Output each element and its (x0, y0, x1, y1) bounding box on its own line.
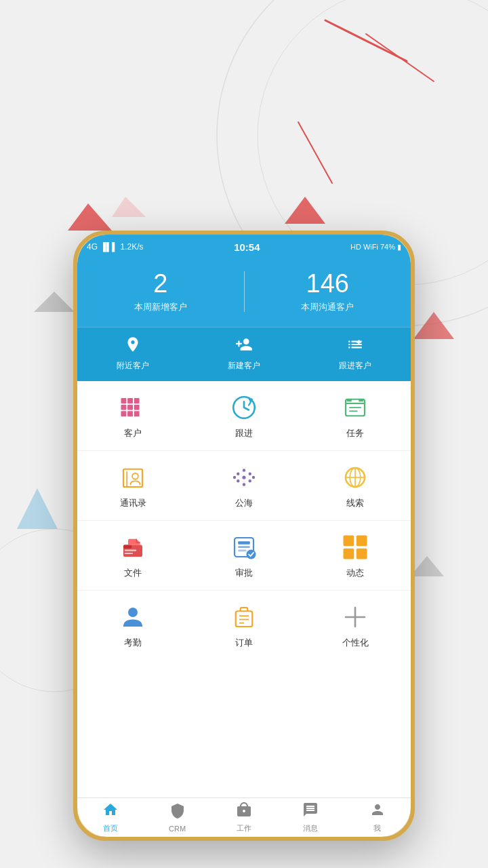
nav-message[interactable]: 消息 (277, 798, 344, 837)
nav-crm[interactable]: CRM (144, 798, 210, 837)
svg-rect-17 (121, 404, 127, 410)
attendance-icon (119, 603, 147, 631)
attendance-item[interactable]: 考勤 (77, 603, 188, 649)
approve-label: 审批 (235, 567, 253, 579)
file-icon (119, 533, 147, 561)
svg-rect-47 (123, 545, 131, 548)
follow-customer-button[interactable]: 跟进客户 (300, 336, 411, 372)
svg-rect-14 (121, 398, 127, 403)
svg-rect-57 (344, 549, 354, 559)
svg-rect-31 (359, 399, 363, 402)
follow-customer-label: 跟进客户 (339, 360, 371, 372)
svg-point-32 (132, 473, 138, 479)
svg-marker-12 (17, 488, 58, 529)
battery-label: 74% (380, 243, 395, 251)
stat1-label: 本周新增客户 (77, 301, 244, 313)
personalize-item[interactable]: 个性化 (300, 603, 411, 649)
stat-contacted-customers: 146 本周沟通客户 (245, 270, 411, 313)
signal-bars: ▐▌▌ (100, 242, 118, 252)
svg-rect-51 (238, 541, 250, 544)
new-customer-button[interactable]: 新建客户 (188, 336, 300, 372)
svg-rect-20 (121, 411, 127, 416)
svg-point-37 (249, 479, 251, 482)
clue-item[interactable]: 线索 (300, 463, 411, 509)
nav-home[interactable]: 首页 (77, 798, 144, 837)
follow-item[interactable]: 跟进 (188, 393, 300, 439)
nav-me[interactable]: 我 (344, 798, 411, 837)
quick-actions-bar: 附近客户 新建客户 (77, 327, 411, 381)
svg-point-40 (233, 476, 236, 479)
stat2-label: 本周沟通客户 (245, 301, 411, 313)
contacts-label: 通讯录 (120, 497, 146, 509)
home-icon (102, 802, 119, 822)
svg-point-36 (237, 479, 239, 482)
public-sea-item[interactable]: 公海 (188, 463, 300, 509)
message-icon (302, 802, 319, 822)
personalize-icon (341, 603, 369, 631)
me-label: 我 (373, 823, 381, 833)
dynamic-item[interactable]: 动态 (300, 533, 411, 579)
svg-line-4 (366, 34, 434, 81)
svg-point-41 (252, 476, 255, 479)
svg-point-39 (243, 483, 245, 486)
svg-point-34 (237, 472, 239, 475)
nearby-label: 附近客户 (117, 360, 149, 372)
work-icon (236, 802, 252, 822)
svg-line-3 (325, 20, 407, 61)
svg-rect-16 (134, 398, 140, 403)
status-bar: 4G ▐▌▌ 1.2K/s 10:54 HD WiFi 74% ▮ (77, 235, 411, 259)
stat-new-customers: 2 本周新增客户 (77, 270, 244, 313)
svg-rect-15 (127, 398, 133, 403)
svg-rect-56 (357, 535, 367, 546)
svg-rect-58 (357, 549, 367, 559)
carrier-label: 4G (87, 242, 98, 252)
customer-label: 客户 (124, 427, 142, 439)
svg-marker-13 (112, 197, 146, 217)
attendance-label: 考勤 (124, 637, 142, 649)
svg-line-5 (298, 122, 332, 183)
clue-icon (341, 463, 369, 492)
svg-point-54 (247, 549, 256, 559)
svg-marker-11 (410, 556, 444, 576)
svg-point-59 (128, 608, 138, 617)
svg-marker-10 (34, 292, 75, 312)
nearby-customers-button[interactable]: 附近客户 (77, 336, 188, 372)
grid-row-4: 考勤 订单 (77, 591, 411, 660)
svg-rect-55 (344, 535, 354, 546)
me-icon (369, 802, 386, 822)
customer-item[interactable]: 客户 (77, 393, 188, 439)
svg-rect-53 (238, 549, 246, 551)
follow-label: 跟进 (235, 427, 253, 439)
order-item[interactable]: 订单 (188, 603, 300, 649)
status-left: 4G ▐▌▌ 1.2K/s (87, 242, 144, 252)
svg-rect-48 (125, 549, 137, 551)
dynamic-icon (341, 533, 369, 561)
personalize-label: 个性化 (342, 637, 369, 649)
approve-item[interactable]: 审批 (188, 533, 300, 579)
svg-rect-21 (127, 411, 133, 416)
public-sea-label: 公海 (235, 497, 253, 509)
battery-icon: ▮ (397, 243, 401, 252)
crm-label: CRM (169, 825, 186, 833)
hd-label: HD (350, 243, 361, 251)
dynamic-label: 动态 (346, 567, 364, 579)
time-display: 10:54 (234, 241, 260, 253)
contacts-icon (119, 463, 147, 492)
svg-marker-7 (285, 197, 325, 224)
nav-work[interactable]: 工作 (211, 798, 277, 837)
svg-rect-49 (125, 553, 133, 554)
file-item[interactable]: 文件 (77, 533, 188, 579)
svg-rect-52 (238, 546, 250, 548)
svg-point-33 (242, 475, 245, 479)
clue-label: 线索 (346, 497, 364, 509)
svg-point-38 (243, 469, 245, 471)
grid-row-1: 客户 跟进 (77, 381, 411, 451)
contacts-item[interactable]: 通讯录 (77, 463, 188, 509)
order-icon (230, 603, 258, 631)
add-person-icon (235, 336, 253, 356)
header-stats: 2 本周新增客户 146 本周沟通客户 (77, 259, 411, 327)
task-item[interactable]: 任务 (300, 393, 411, 439)
svg-rect-19 (134, 404, 140, 410)
public-sea-icon (230, 463, 258, 492)
customer-icon (119, 393, 147, 422)
